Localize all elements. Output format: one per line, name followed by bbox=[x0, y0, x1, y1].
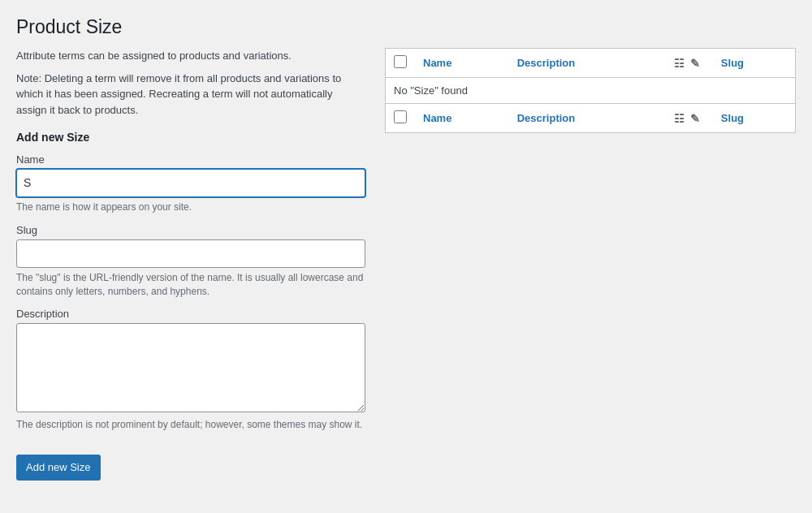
add-new-size-button[interactable]: Add new Size bbox=[16, 455, 101, 481]
edit-icon: ✎ bbox=[690, 57, 700, 70]
tfoot-checkbox bbox=[386, 104, 416, 133]
th-icons: ☷ ✎ bbox=[664, 49, 713, 78]
slug-footer-link[interactable]: Slug bbox=[721, 112, 744, 124]
th-checkbox bbox=[386, 49, 416, 78]
description-label: Description bbox=[16, 308, 365, 320]
tfoot-description[interactable]: Description bbox=[509, 104, 664, 133]
name-hint: The name is how it appears on your site. bbox=[16, 200, 365, 214]
slug-form-group: Slug The "slug" is the URL-friendly vers… bbox=[16, 224, 365, 299]
th-description[interactable]: Description bbox=[509, 49, 664, 78]
name-footer-link[interactable]: Name bbox=[423, 112, 451, 124]
description-footer-link[interactable]: Description bbox=[517, 112, 576, 124]
table-footer-row: Name Description ☷ ✎ Slug bbox=[386, 104, 796, 133]
description-form-group: Description The description is not promi… bbox=[16, 308, 365, 432]
page-title: Product Size bbox=[16, 16, 796, 38]
no-results-cell: No "Size" found bbox=[386, 78, 796, 104]
description-hint: The description is not prominent by defa… bbox=[16, 418, 365, 432]
note-text: Note: Deleting a term will remove it fro… bbox=[16, 71, 365, 119]
name-form-group: Name The name is how it appears on your … bbox=[16, 153, 365, 214]
attribute-info-text: Attribute terms can be assigned to produ… bbox=[16, 48, 365, 64]
left-panel: Attribute terms can be assigned to produ… bbox=[16, 48, 365, 481]
slug-hint: The "slug" is the URL-friendly version o… bbox=[16, 271, 365, 299]
table-header-row: Name Description ☷ ✎ Slug bbox=[386, 49, 796, 78]
add-new-section-title: Add new Size bbox=[16, 131, 365, 144]
tfoot-name[interactable]: Name bbox=[415, 104, 509, 133]
slug-label: Slug bbox=[16, 224, 365, 236]
tfoot-icons: ☷ ✎ bbox=[664, 104, 713, 133]
slug-input[interactable] bbox=[16, 239, 365, 268]
slug-column-link[interactable]: Slug bbox=[721, 57, 744, 69]
count-footer-icon: ☷ bbox=[674, 112, 685, 125]
tfoot-slug[interactable]: Slug bbox=[713, 104, 796, 133]
th-name[interactable]: Name bbox=[415, 49, 509, 78]
right-panel: Name Description ☷ ✎ Slug No "Siz bbox=[385, 48, 796, 133]
description-textarea[interactable] bbox=[16, 323, 365, 412]
select-all-footer-checkbox[interactable] bbox=[394, 110, 407, 123]
count-icon: ☷ bbox=[674, 57, 685, 70]
name-label: Name bbox=[16, 153, 365, 166]
attribute-terms-table: Name Description ☷ ✎ Slug No "Siz bbox=[385, 48, 796, 133]
select-all-checkbox[interactable] bbox=[394, 55, 407, 68]
no-results-row: No "Size" found bbox=[386, 78, 796, 104]
th-slug[interactable]: Slug bbox=[713, 49, 796, 78]
edit-footer-icon: ✎ bbox=[690, 112, 700, 125]
description-column-link[interactable]: Description bbox=[517, 57, 576, 69]
name-input[interactable] bbox=[16, 169, 365, 197]
name-column-link[interactable]: Name bbox=[423, 57, 451, 69]
